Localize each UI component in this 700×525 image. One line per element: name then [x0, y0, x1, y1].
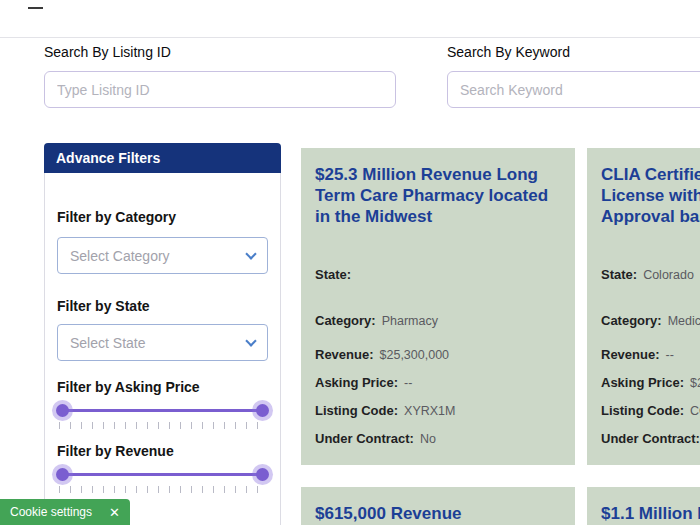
keyword-input[interactable]	[447, 71, 700, 108]
asking-price-max-handle[interactable]	[256, 404, 269, 417]
under-contract-label: Under Contract:	[601, 431, 700, 446]
listing-card[interactable]: CLIA Certified License with Approval bas…	[587, 148, 700, 465]
revenue-slider-ticks	[59, 486, 266, 493]
category-value: Medical	[668, 314, 700, 328]
state-label: State:	[601, 267, 637, 282]
listing-code-value: XYRX1M	[404, 404, 455, 418]
filter-by-revenue-label: Filter by Revenue	[57, 443, 268, 459]
revenue-range-slider[interactable]	[59, 467, 266, 481]
listing-card[interactable]: $615,000 Revenue	[301, 487, 575, 525]
advance-filters-header: Advance Filters	[44, 143, 281, 173]
listing-card[interactable]: $25.3 Million Revenue Long Term Care Pha…	[301, 148, 575, 465]
state-select-value: Select State	[70, 335, 146, 351]
listing-code-row: Listing Code:COL	[601, 403, 700, 419]
listing-title: CLIA Certified License with Approval bas	[601, 164, 700, 227]
listing-title: $615,000 Revenue	[315, 503, 561, 524]
asking-price-min-handle[interactable]	[56, 404, 69, 417]
header-divider	[0, 37, 700, 38]
category-label: Category:	[315, 313, 376, 328]
revenue-row: Revenue:$25,300,000	[315, 347, 561, 363]
category-row: Category:Pharmacy	[315, 313, 561, 329]
revenue-value: $25,300,000	[380, 348, 450, 362]
cookie-settings-bar[interactable]: Cookie settings ✕	[0, 499, 130, 525]
listing-title: $25.3 Million Revenue Long Term Care Pha…	[315, 164, 561, 227]
advance-filters-body: Filter by Category Select Category Filte…	[44, 173, 281, 525]
listing-id-input[interactable]	[44, 71, 396, 108]
close-icon[interactable]: ✕	[109, 506, 120, 519]
revenue-max-handle[interactable]	[256, 468, 269, 481]
asking-price-label: Asking Price:	[601, 375, 684, 390]
asking-price-row: Asking Price:$225,000	[601, 375, 700, 391]
asking-price-row: Asking Price:--	[315, 375, 561, 391]
under-contract-row: Under Contract:No	[315, 431, 561, 447]
category-row: Category:Medical	[601, 313, 700, 329]
listing-code-label: Listing Code:	[315, 403, 398, 418]
top-dash	[28, 7, 43, 9]
asking-price-value: --	[404, 376, 412, 390]
category-value: Pharmacy	[382, 314, 438, 328]
state-value: Colorado	[643, 268, 694, 282]
filter-by-state-label: Filter by State	[57, 298, 268, 314]
asking-price-value: $225,000	[690, 376, 700, 390]
filter-by-category-label: Filter by Category	[57, 209, 268, 225]
chevron-down-icon	[245, 248, 256, 259]
search-by-keyword-label: Search By Keyword	[447, 44, 570, 60]
state-row: State:Colorado	[601, 267, 700, 283]
revenue-label: Revenue:	[315, 347, 374, 362]
asking-price-range-slider[interactable]	[59, 403, 266, 417]
state-select[interactable]: Select State	[57, 324, 268, 361]
under-contract-label: Under Contract:	[315, 431, 414, 446]
listing-title: $1.1 Million R	[601, 503, 700, 524]
cookie-settings-label: Cookie settings	[10, 505, 92, 519]
under-contract-row: Under Contract:	[601, 431, 700, 447]
revenue-row: Revenue:--	[601, 347, 700, 363]
category-select-value: Select Category	[70, 248, 170, 264]
under-contract-value: No	[420, 432, 436, 446]
search-by-listing-id-label: Search By Lisitng ID	[44, 44, 171, 60]
asking-price-label: Asking Price:	[315, 375, 398, 390]
slider-track	[59, 409, 266, 412]
listing-card[interactable]: $1.1 Million R	[587, 487, 700, 525]
listing-code-row: Listing Code:XYRX1M	[315, 403, 561, 419]
page: Search By Lisitng ID Search By Keyword A…	[0, 0, 700, 525]
slider-track	[59, 473, 266, 476]
revenue-min-handle[interactable]	[56, 468, 69, 481]
filter-by-asking-price-label: Filter by Asking Price	[57, 379, 268, 395]
category-select[interactable]: Select Category	[57, 237, 268, 274]
state-row: State:	[315, 267, 561, 283]
category-label: Category:	[601, 313, 662, 328]
revenue-label: Revenue:	[601, 347, 660, 362]
listing-code-value: COL	[690, 404, 700, 418]
state-label: State:	[315, 267, 351, 282]
revenue-value: --	[666, 348, 674, 362]
chevron-down-icon	[245, 335, 256, 346]
advance-filters-panel: Advance Filters Filter by Category Selec…	[44, 143, 281, 525]
listing-code-label: Listing Code:	[601, 403, 684, 418]
asking-price-slider-ticks	[59, 422, 266, 429]
